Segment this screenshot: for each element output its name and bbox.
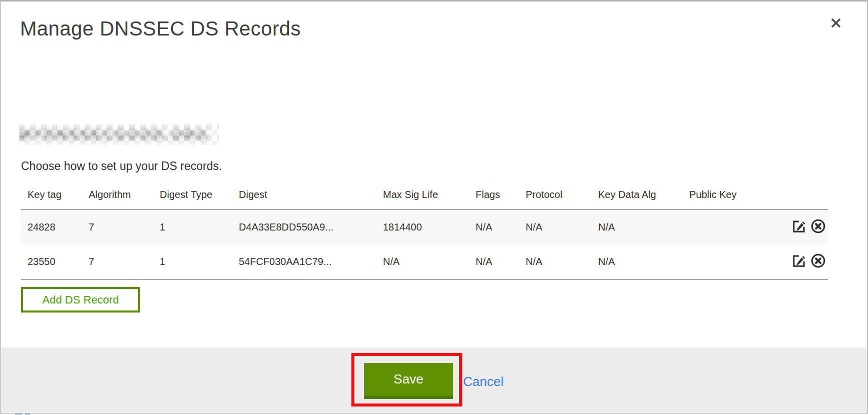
add-ds-record-button[interactable]: Add DS Record [21, 287, 140, 312]
cell-algorithm: 7 [82, 244, 153, 280]
edit-record-icon[interactable] [791, 253, 807, 271]
cell-protocol: N/A [519, 210, 592, 244]
col-header-digest: Digest [232, 180, 376, 210]
cell-key-data-alg: N/A [592, 210, 683, 244]
dialog-title: Manage DNSSEC DS Records [20, 16, 301, 40]
table-row: 24828 7 1 D4A33E8DD550A9... 1814400 N/A … [21, 210, 828, 244]
cell-digest: D4A33E8DD550A9... [232, 210, 376, 244]
cell-protocol: N/A [519, 244, 592, 280]
delete-record-icon[interactable] [810, 218, 826, 236]
cell-digest-type: 1 [153, 244, 232, 280]
row-actions [782, 244, 828, 280]
close-button[interactable] [826, 14, 846, 34]
col-header-flags: Flags [469, 180, 519, 210]
cell-flags: N/A [469, 244, 519, 280]
col-header-key-data-alg: Key Data Alg [592, 180, 683, 210]
cell-digest: 54FCF030AA1C79... [232, 244, 376, 280]
row-actions [782, 210, 828, 244]
manage-dnssec-dialog: Manage DNSSEC DS Records MYDNSSECGOOD.OR… [0, 0, 868, 414]
cell-public-key [683, 244, 782, 280]
instruction-text: Choose how to set up your DS records. [21, 160, 222, 173]
col-header-digest-type: Digest Type [153, 180, 232, 210]
table-row: 23550 7 1 54FCF030AA1C79... N/A N/A N/A … [21, 244, 828, 280]
col-header-actions [782, 180, 828, 210]
close-icon [828, 16, 843, 32]
col-header-max-sig-life: Max Sig Life [376, 180, 469, 210]
ds-records-table: Key tag Algorithm Digest Type Digest Max… [21, 180, 828, 280]
redacted-domain-name: MYDNSSECGOOD.ORG [19, 124, 219, 145]
edit-record-icon[interactable] [791, 218, 807, 236]
cell-key-data-alg: N/A [592, 244, 683, 280]
cell-digest-type: 1 [153, 210, 232, 244]
cell-flags: N/A [469, 210, 519, 244]
col-header-protocol: Protocol [519, 180, 592, 210]
col-header-key-tag: Key tag [21, 180, 82, 210]
cell-key-tag: 24828 [21, 210, 82, 244]
pixelation-overlay [19, 124, 219, 145]
cancel-link[interactable]: Cancel [463, 374, 504, 390]
save-button[interactable]: Save [364, 363, 453, 399]
delete-record-icon[interactable] [810, 253, 826, 271]
col-header-public-key: Public Key [683, 180, 782, 210]
cell-algorithm: 7 [82, 210, 153, 244]
col-header-algorithm: Algorithm [82, 180, 153, 210]
table-header-row: Key tag Algorithm Digest Type Digest Max… [21, 180, 828, 210]
cell-max-sig-life: N/A [376, 244, 469, 280]
cell-max-sig-life: 1814400 [376, 210, 469, 244]
cell-public-key [683, 210, 782, 244]
cell-key-tag: 23550 [21, 244, 82, 280]
